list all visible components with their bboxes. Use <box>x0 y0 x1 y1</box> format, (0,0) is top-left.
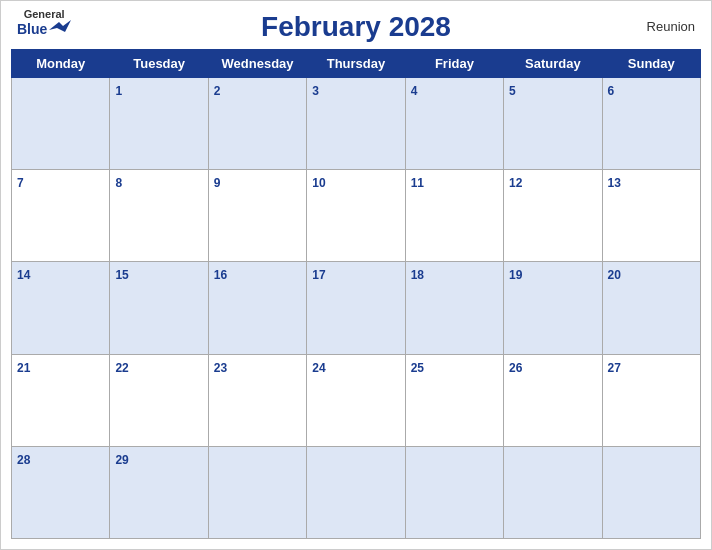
calendar-cell: 6 <box>602 78 700 170</box>
calendar-table: MondayTuesdayWednesdayThursdayFridaySatu… <box>11 49 701 539</box>
calendar-cell: 29 <box>110 446 208 538</box>
date-number: 17 <box>312 268 325 282</box>
calendar-header: General Blue February 2028 Reunion <box>1 1 711 49</box>
calendar-cell: 24 <box>307 354 405 446</box>
date-number: 11 <box>411 176 424 190</box>
date-number: 7 <box>17 176 24 190</box>
logo-bird-icon <box>49 20 71 38</box>
date-number: 28 <box>17 453 30 467</box>
date-number: 3 <box>312 84 319 98</box>
week-row-2: 78910111213 <box>12 170 701 262</box>
date-number: 8 <box>115 176 122 190</box>
day-header-row: MondayTuesdayWednesdayThursdayFridaySatu… <box>12 50 701 78</box>
calendar-cell: 1 <box>110 78 208 170</box>
week-row-1: 123456 <box>12 78 701 170</box>
date-number: 15 <box>115 268 128 282</box>
calendar-cell: 16 <box>208 262 306 354</box>
calendar-cell: 17 <box>307 262 405 354</box>
date-number: 6 <box>608 84 615 98</box>
date-number: 18 <box>411 268 424 282</box>
calendar-cell: 25 <box>405 354 503 446</box>
week-row-5: 2829 <box>12 446 701 538</box>
calendar-cell <box>208 446 306 538</box>
day-header-sunday: Sunday <box>602 50 700 78</box>
calendar-cell: 13 <box>602 170 700 262</box>
calendar-cell <box>602 446 700 538</box>
date-number: 20 <box>608 268 621 282</box>
calendar-cell: 10 <box>307 170 405 262</box>
date-number: 10 <box>312 176 325 190</box>
calendar-cell: 19 <box>504 262 602 354</box>
calendar-cell: 14 <box>12 262 110 354</box>
date-number: 13 <box>608 176 621 190</box>
day-header-wednesday: Wednesday <box>208 50 306 78</box>
calendar-cell <box>504 446 602 538</box>
date-number: 19 <box>509 268 522 282</box>
calendar-title: February 2028 <box>261 11 451 43</box>
calendar-cell: 23 <box>208 354 306 446</box>
calendar-cell: 5 <box>504 78 602 170</box>
calendar-cell: 20 <box>602 262 700 354</box>
date-number: 29 <box>115 453 128 467</box>
logo-general-text: General <box>24 9 65 20</box>
date-number: 21 <box>17 361 30 375</box>
day-header-saturday: Saturday <box>504 50 602 78</box>
calendar-cell: 2 <box>208 78 306 170</box>
week-row-4: 21222324252627 <box>12 354 701 446</box>
calendar-cell: 26 <box>504 354 602 446</box>
calendar-cell: 8 <box>110 170 208 262</box>
calendar-cell: 4 <box>405 78 503 170</box>
calendar-cell: 9 <box>208 170 306 262</box>
date-number: 16 <box>214 268 227 282</box>
calendar-cell: 22 <box>110 354 208 446</box>
calendar-cell: 3 <box>307 78 405 170</box>
calendar-cell: 18 <box>405 262 503 354</box>
day-header-thursday: Thursday <box>307 50 405 78</box>
date-number: 5 <box>509 84 516 98</box>
date-number: 14 <box>17 268 30 282</box>
date-number: 23 <box>214 361 227 375</box>
day-header-friday: Friday <box>405 50 503 78</box>
region-label: Reunion <box>647 19 695 34</box>
date-number: 12 <box>509 176 522 190</box>
calendar-cell <box>307 446 405 538</box>
logo: General Blue <box>17 9 71 38</box>
day-header-tuesday: Tuesday <box>110 50 208 78</box>
calendar-cell <box>405 446 503 538</box>
date-number: 2 <box>214 84 221 98</box>
calendar-cell: 15 <box>110 262 208 354</box>
date-number: 27 <box>608 361 621 375</box>
date-number: 9 <box>214 176 221 190</box>
svg-marker-0 <box>49 20 71 32</box>
calendar-cell: 21 <box>12 354 110 446</box>
day-header-monday: Monday <box>12 50 110 78</box>
calendar-cell <box>12 78 110 170</box>
date-number: 25 <box>411 361 424 375</box>
calendar-wrapper: MondayTuesdayWednesdayThursdayFridaySatu… <box>1 49 711 549</box>
week-row-3: 14151617181920 <box>12 262 701 354</box>
date-number: 24 <box>312 361 325 375</box>
date-number: 1 <box>115 84 122 98</box>
date-number: 22 <box>115 361 128 375</box>
date-number: 4 <box>411 84 418 98</box>
calendar-cell: 28 <box>12 446 110 538</box>
date-number: 26 <box>509 361 522 375</box>
logo-blue-text: Blue <box>17 22 47 36</box>
calendar-cell: 12 <box>504 170 602 262</box>
calendar-cell: 7 <box>12 170 110 262</box>
calendar-cell: 11 <box>405 170 503 262</box>
calendar-cell: 27 <box>602 354 700 446</box>
